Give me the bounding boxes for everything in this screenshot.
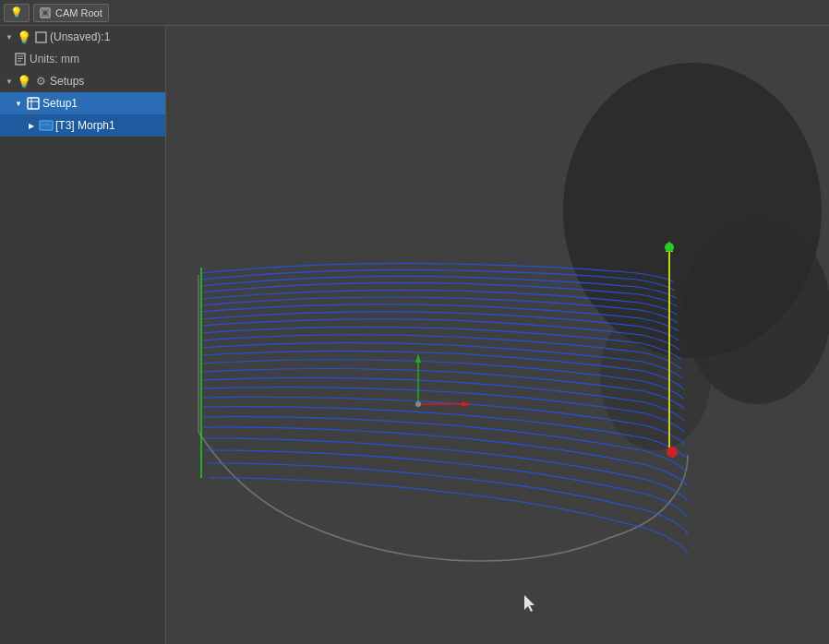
box-icon-root bbox=[33, 30, 48, 44]
svg-point-19 bbox=[415, 401, 421, 407]
expand-icon-setup1: ▼ bbox=[13, 98, 24, 109]
tree-item-setup1[interactable]: ▼ Setup1 bbox=[0, 92, 165, 114]
tree-label-setup1: Setup1 bbox=[42, 97, 78, 110]
bulb-icon: 💡 bbox=[10, 6, 23, 19]
tree-item-root[interactable]: ▼ 💡 (Unsaved):1 bbox=[0, 26, 165, 48]
svg-rect-7 bbox=[28, 98, 39, 109]
svg-rect-1 bbox=[42, 10, 48, 16]
setup-icon-setup1 bbox=[26, 96, 41, 111]
svg-point-22 bbox=[665, 243, 674, 252]
tree-label-morph1: [T3] Morph1 bbox=[55, 119, 115, 132]
bulb-icon-setups: 💡 bbox=[17, 74, 31, 89]
toolbar: 💡 CAM Root bbox=[0, 0, 829, 26]
expand-icon-root: ▼ bbox=[4, 31, 15, 42]
svg-marker-24 bbox=[524, 595, 535, 612]
expand-icon-morph1: ▶ bbox=[26, 120, 37, 131]
svg-marker-16 bbox=[415, 353, 421, 363]
tree-label-setups: Setups bbox=[50, 75, 84, 88]
tree-label-units: Units: mm bbox=[30, 53, 79, 66]
svg-rect-2 bbox=[36, 32, 46, 42]
svg-marker-18 bbox=[462, 401, 471, 407]
bulb-button[interactable]: 💡 bbox=[4, 4, 30, 22]
svg-point-23 bbox=[667, 447, 678, 458]
cam-root-button[interactable]: CAM Root bbox=[33, 4, 109, 22]
tree-item-morph1[interactable]: ▶ [T3] Morph1 bbox=[0, 114, 165, 137]
morph-icon bbox=[39, 118, 54, 133]
cam-icon bbox=[40, 6, 53, 19]
left-panel: ▼ 💡 (Unsaved):1 Units: mm ▼ 💡 ⚙ Setups ▼ bbox=[0, 26, 166, 644]
tree-item-setups[interactable]: ▼ 💡 ⚙ Setups bbox=[0, 70, 165, 92]
tree-label-root: (Unsaved):1 bbox=[50, 30, 110, 43]
doc-icon-units bbox=[13, 52, 28, 66]
bulb-icon-root: 💡 bbox=[17, 30, 31, 44]
cam-root-label: CAM Root bbox=[55, 7, 102, 18]
tree-item-units[interactable]: Units: mm bbox=[0, 48, 165, 70]
expand-icon-setups: ▼ bbox=[4, 76, 15, 87]
gear-icon-setups: ⚙ bbox=[33, 74, 48, 89]
